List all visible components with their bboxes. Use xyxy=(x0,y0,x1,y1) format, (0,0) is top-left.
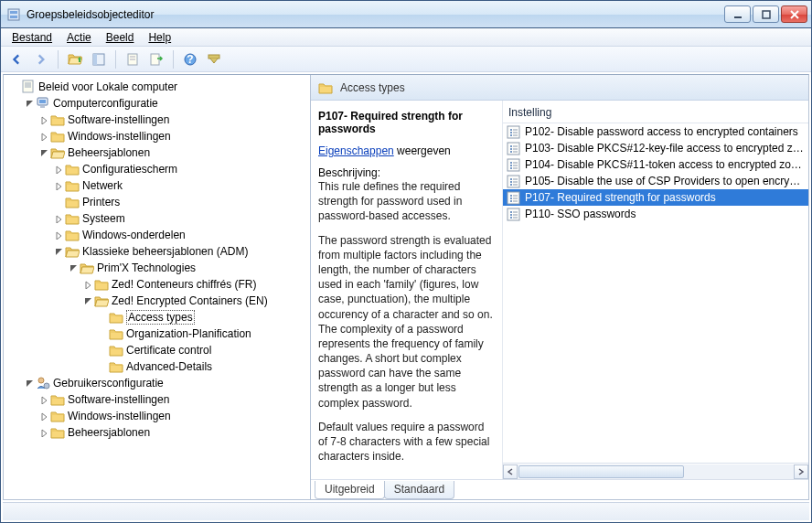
scroll-right-button[interactable] xyxy=(794,464,808,479)
tree-pane[interactable]: Beleid voor Lokale computer Computerconf… xyxy=(4,75,311,499)
column-header-setting[interactable]: Instelling xyxy=(503,101,808,123)
tree-user-admin[interactable]: Beheersjablonen xyxy=(37,424,310,441)
svg-rect-20 xyxy=(763,11,770,18)
list-item[interactable]: P102- Disable password access to encrypt… xyxy=(503,123,808,140)
details-header-title: Access types xyxy=(340,81,405,94)
menu-view[interactable]: Beeld xyxy=(99,28,142,47)
expander-open-icon[interactable] xyxy=(82,295,93,306)
list-item[interactable]: P104- Disable PKCS#11-token access to en… xyxy=(503,156,808,173)
menu-file[interactable]: Bestand xyxy=(5,28,59,47)
tree-netwerk[interactable]: Netwerk xyxy=(51,177,310,194)
setting-icon xyxy=(507,208,520,221)
tree-systeem[interactable]: Systeem xyxy=(51,210,310,227)
tree-primx[interactable]: Prim'X Technologies xyxy=(66,260,310,276)
tree-computer-config[interactable]: Computerconfiguratie xyxy=(22,95,310,112)
description-p2: The password strength is evaluated from … xyxy=(318,233,495,411)
svg-rect-28 xyxy=(151,54,159,65)
filter-button[interactable] xyxy=(203,49,225,69)
tree-zed-en[interactable]: Zed! Encrypted Containers (EN) xyxy=(80,293,310,309)
forward-button[interactable] xyxy=(30,49,52,69)
tree-cert-control[interactable]: Certificate control xyxy=(95,342,310,358)
expander-open-icon[interactable] xyxy=(24,98,35,109)
expander-closed-icon[interactable] xyxy=(38,427,49,438)
folder-open-icon xyxy=(80,262,94,274)
app-icon xyxy=(6,7,21,22)
details-header: Access types xyxy=(311,75,808,101)
menu-help[interactable]: Help xyxy=(141,28,178,47)
properties-button[interactable] xyxy=(122,49,144,69)
expander-closed-icon[interactable] xyxy=(53,164,64,175)
expander-open-icon[interactable] xyxy=(24,378,35,389)
tree-windows-onderdelen[interactable]: Windows-onderdelen xyxy=(51,227,310,243)
tree-access-types[interactable]: Access types xyxy=(95,309,310,326)
tree-org-plan[interactable]: Organization-Planification xyxy=(95,326,310,342)
folder-icon xyxy=(65,212,80,225)
description-label: Beschrijving: xyxy=(318,166,495,179)
expander-closed-icon[interactable] xyxy=(38,394,49,405)
expander-closed-icon[interactable] xyxy=(38,114,49,125)
folder-icon xyxy=(318,81,333,94)
expander-closed-icon[interactable] xyxy=(38,131,49,142)
tree-klassieke-adm[interactable]: Klassieke beheersjablonen (ADM) xyxy=(51,243,310,260)
minimize-button[interactable] xyxy=(724,5,751,23)
folder-icon xyxy=(109,360,123,373)
close-button[interactable] xyxy=(781,5,807,23)
tree-user-windows[interactable]: Windows-instellingen xyxy=(37,408,310,424)
maximize-button[interactable] xyxy=(753,5,779,23)
tree-advanced-details[interactable]: Advanced-Details xyxy=(95,358,310,375)
tree-software-settings[interactable]: Software-instellingen xyxy=(37,112,310,128)
folder-icon xyxy=(65,179,80,192)
window: Groepsbeleidsobjecteditor Bestand Actie … xyxy=(0,0,812,523)
list-item[interactable]: P110- SSO passwords xyxy=(503,206,808,222)
folder-icon xyxy=(50,426,65,439)
blank-icon xyxy=(97,312,108,323)
tree-configscherm[interactable]: Configuratiescherm xyxy=(51,161,310,177)
scroll-left-button[interactable] xyxy=(503,464,518,479)
list-item[interactable]: P103- Disable PKCS#12-key-file access to… xyxy=(503,140,808,156)
back-button[interactable] xyxy=(6,49,28,69)
scroll-track[interactable] xyxy=(518,464,794,479)
show-tree-button[interactable] xyxy=(88,49,110,69)
help-button[interactable]: ? xyxy=(179,49,201,69)
expander-closed-icon[interactable] xyxy=(53,213,64,224)
blank-icon xyxy=(53,197,64,208)
tree-user-software[interactable]: Software-instellingen xyxy=(37,391,310,408)
expander-closed-icon[interactable] xyxy=(38,411,49,422)
folder-icon xyxy=(50,113,65,126)
folder-open-icon xyxy=(50,146,65,159)
setting-icon xyxy=(507,191,520,205)
expander-closed-icon[interactable] xyxy=(82,279,93,290)
up-button[interactable] xyxy=(64,49,86,69)
tree-admin-templates[interactable]: Beheersjablonen xyxy=(37,144,310,161)
list-item[interactable]: P105- Disable the use of CSP Providers t… xyxy=(503,173,808,189)
titlebar: Groepsbeleidsobjecteditor xyxy=(1,1,811,28)
expander-open-icon[interactable] xyxy=(53,246,64,257)
tree-printers[interactable]: Printers xyxy=(51,194,310,210)
tree-root[interactable]: Beleid voor Lokale computer xyxy=(7,79,310,95)
scroll-thumb[interactable] xyxy=(518,465,684,478)
folder-icon xyxy=(65,196,80,208)
menu-action[interactable]: Actie xyxy=(59,28,99,47)
tree-user-config[interactable]: Gebruikersconfiguratie xyxy=(22,375,310,391)
statusbar xyxy=(3,502,809,520)
tree-zed-fr[interactable]: Zed! Conteneurs chiffrés (FR) xyxy=(80,276,310,293)
expander-closed-icon[interactable] xyxy=(53,229,64,240)
expander-open-icon[interactable] xyxy=(38,147,49,158)
details-pane: Access types P107- Required strength for… xyxy=(311,75,808,499)
svg-rect-17 xyxy=(10,11,17,14)
menubar: Bestand Actie Beeld Help xyxy=(1,28,811,47)
horizontal-scrollbar[interactable] xyxy=(503,463,808,479)
view-tabs: Uitgebreid Standaard xyxy=(311,479,808,499)
setting-icon xyxy=(507,175,520,188)
list-item-selected[interactable]: P107- Required strength for passwords xyxy=(503,189,808,206)
export-button[interactable] xyxy=(145,49,167,69)
expander-open-icon[interactable] xyxy=(68,262,79,273)
folder-icon xyxy=(109,344,123,357)
window-title: Groepsbeleidsobjecteditor xyxy=(27,8,724,21)
tree-windows-settings[interactable]: Windows-instellingen xyxy=(37,128,310,144)
tab-extended[interactable]: Uitgebreid xyxy=(315,481,385,499)
svg-rect-24 xyxy=(93,54,97,65)
expander-closed-icon[interactable] xyxy=(53,180,64,191)
properties-link[interactable]: Eigenschappen xyxy=(318,144,394,157)
tab-standard[interactable]: Standaard xyxy=(384,481,454,499)
